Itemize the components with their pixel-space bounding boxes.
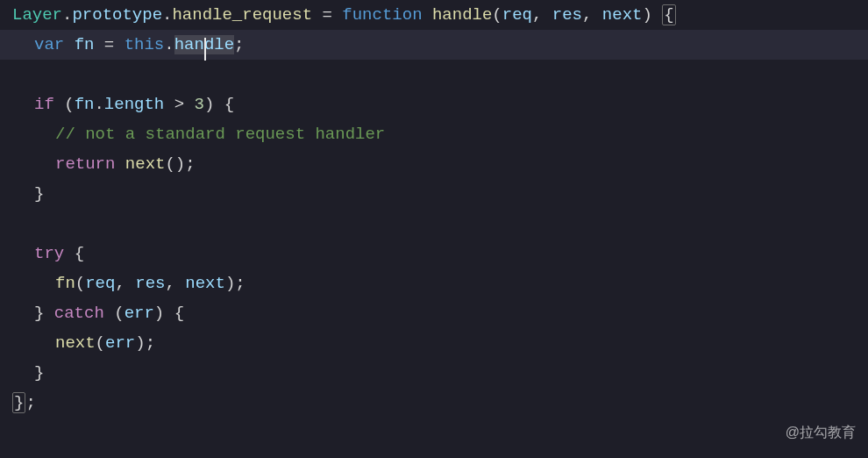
token-keyword: var (34, 35, 64, 54)
token-space (164, 304, 174, 323)
token-text: dle (204, 35, 234, 54)
token-punct: ) (204, 95, 214, 114)
token-keyword: catch (54, 304, 104, 323)
token-prop: prototype (72, 5, 162, 25)
code-line[interactable] (0, 60, 868, 89)
token-space (64, 35, 74, 54)
token-call: next (55, 333, 96, 353)
text-caret (204, 38, 206, 61)
token-punct: . (62, 5, 72, 25)
token-param: next (602, 5, 643, 25)
token-keyword: if (34, 95, 54, 114)
token-prop: length (104, 95, 164, 114)
token-punct: ( (96, 333, 105, 353)
token-space (652, 5, 662, 25)
token-punct: ( (492, 5, 502, 25)
token-param: err (125, 304, 154, 323)
token-punct: . (164, 35, 174, 54)
token-param: res (552, 5, 582, 25)
token-punct: , (115, 274, 135, 293)
token-number: 3 (194, 95, 203, 114)
code-editor[interactable]: Layer.prototype.handle_request = functio… (0, 0, 868, 458)
token-punct: ) (225, 274, 235, 293)
code-line[interactable]: } (0, 358, 868, 388)
token-space (54, 95, 64, 114)
token-keyword: return (55, 154, 115, 174)
token-call: fn (55, 274, 75, 293)
token-punct: ) (642, 5, 651, 25)
token-punct: . (162, 5, 172, 25)
token-space (115, 154, 125, 174)
token-param: req (502, 5, 532, 25)
token-punct: ( (64, 95, 74, 114)
token-call: next (125, 154, 166, 174)
token-class: Layer (12, 5, 62, 25)
token-arg: res (135, 274, 165, 293)
token-brace: } (34, 184, 44, 204)
token-brace: } (34, 363, 44, 383)
code-line[interactable]: try { (0, 239, 868, 268)
token-arg: next (185, 274, 225, 293)
token-punct: , (532, 5, 552, 25)
watermark-label: @拉勾教育 (786, 418, 856, 447)
token-arg: err (105, 333, 135, 353)
token-method: handle_request (172, 5, 312, 25)
token-var: fn (75, 95, 95, 114)
token-space (104, 304, 114, 323)
token-prop-highlight: handle (174, 35, 234, 54)
token-punct: ; (234, 35, 244, 54)
code-line[interactable] (0, 209, 868, 239)
token-space (423, 5, 432, 25)
token-this: this (125, 35, 165, 54)
token-punct: ) (135, 333, 145, 353)
token-text: han (174, 35, 204, 54)
token-space (44, 304, 53, 323)
code-line[interactable]: fn(req, res, next); (0, 268, 868, 298)
token-punct: , (165, 274, 185, 293)
token-punct: = (312, 5, 342, 25)
code-line[interactable]: }; (0, 388, 868, 418)
code-line[interactable]: } catch (err) { (0, 298, 868, 328)
code-line[interactable]: } (0, 179, 868, 209)
token-comment: // not a standard request handler (55, 125, 385, 144)
code-line[interactable]: Layer.prototype.handle_request = functio… (0, 0, 868, 30)
token-brace: { (224, 95, 234, 114)
token-punct: ; (146, 333, 155, 353)
token-punct: ; (235, 274, 245, 293)
token-punct: , (582, 5, 602, 25)
token-punct: ( (165, 154, 174, 174)
token-punct: ; (185, 154, 195, 174)
token-punct: . (94, 95, 103, 114)
token-keyword: try (34, 244, 64, 263)
token-space (214, 95, 224, 114)
code-line[interactable]: return next(); (0, 149, 868, 179)
token-brace: { (75, 244, 84, 263)
token-brace: { (174, 304, 184, 323)
bracket-match: } (12, 392, 25, 413)
code-line[interactable]: // not a standard request handler (0, 119, 868, 149)
token-keyword: function (342, 5, 422, 25)
code-line[interactable]: if (fn.length > 3) { (0, 89, 868, 119)
token-funcname: handle (432, 5, 492, 25)
token-punct: ( (75, 274, 85, 293)
code-line[interactable]: next(err); (0, 328, 868, 358)
token-punct: = (94, 35, 124, 54)
token-op: > (164, 95, 194, 114)
token-space (64, 244, 74, 263)
token-punct: ) (154, 304, 164, 323)
token-brace: } (34, 304, 44, 323)
token-punct: ; (25, 393, 35, 412)
code-line-active[interactable]: var fn = this.handle; (0, 30, 868, 60)
token-var: fn (75, 35, 95, 54)
bracket-match: { (662, 4, 675, 25)
token-punct: ) (175, 154, 185, 174)
token-punct: ( (114, 304, 124, 323)
token-arg: req (85, 274, 115, 293)
